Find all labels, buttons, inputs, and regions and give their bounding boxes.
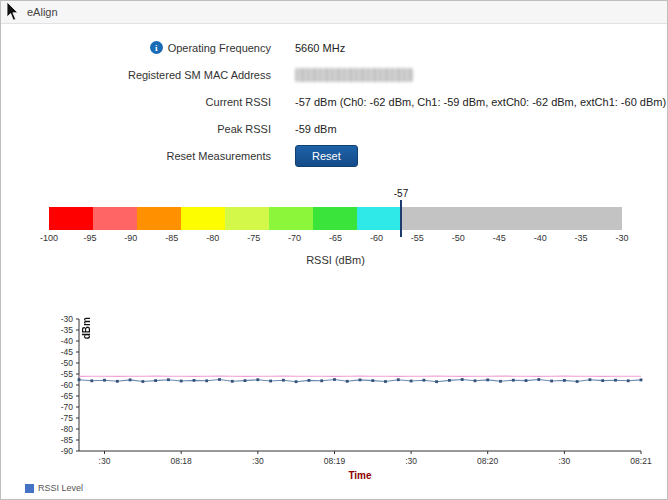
peak-rssi-label: Peak RSSI — [217, 123, 271, 135]
rssi-meter: -57 -100-95-90-85-80-75-70-65-60-55-50-4… — [49, 207, 622, 266]
ealign-panel: eAlign i Operating Frequency 5660 MHz Re… — [0, 0, 668, 500]
panel-title: eAlign — [27, 6, 58, 18]
field-row-reset: Reset Measurements Reset — [1, 142, 667, 169]
meter-tick-label: -45 — [493, 233, 506, 243]
field-row-operating-frequency: i Operating Frequency 5660 MHz — [1, 34, 667, 61]
operating-frequency-value: 5660 MHz — [295, 42, 345, 54]
meter-tick-label: -80 — [206, 233, 219, 243]
rssi-chart-svg: -30-35-40-45-50-55-60-65-70-75-80-85-90:… — [17, 307, 653, 475]
reset-button[interactable]: Reset — [295, 145, 358, 167]
svg-text:-70: -70 — [61, 402, 74, 412]
meter-tick-label: -95 — [83, 233, 96, 243]
svg-text:-50: -50 — [61, 358, 74, 368]
meter-tick-label: -50 — [452, 233, 465, 243]
meter-tick-label: -55 — [411, 233, 424, 243]
operating-frequency-label-wrap: i Operating Frequency — [1, 41, 271, 54]
chart-legend: RSSI Level — [25, 483, 83, 493]
svg-text:-65: -65 — [61, 391, 74, 401]
field-row-current-rssi: Current RSSI -57 dBm (Ch0: -62 dBm, Ch1:… — [1, 88, 667, 115]
meter-segment — [181, 207, 225, 230]
info-icon[interactable]: i — [150, 41, 163, 54]
meter-tick-label: -30 — [615, 233, 628, 243]
mac-address-label: Registered SM MAC Address — [128, 69, 271, 81]
svg-text:-85: -85 — [61, 435, 74, 445]
meter-segment — [313, 207, 357, 230]
fields-section: i Operating Frequency 5660 MHz Registere… — [1, 34, 667, 169]
meter-tick-label: -70 — [288, 233, 301, 243]
meter-tick-label: -65 — [329, 233, 342, 243]
svg-text:-45: -45 — [61, 347, 74, 357]
chart-xlabel: Time — [79, 470, 641, 481]
svg-text:08:20: 08:20 — [477, 456, 499, 466]
svg-text:08:18: 08:18 — [171, 456, 193, 466]
svg-text:-75: -75 — [61, 413, 74, 423]
meter-segment — [137, 207, 181, 230]
svg-text::30: :30 — [405, 456, 417, 466]
field-row-mac-address: Registered SM MAC Address — [1, 61, 667, 88]
svg-text:-30: -30 — [61, 314, 74, 324]
titlebar: eAlign — [1, 1, 667, 24]
meter-tick-label: -35 — [575, 233, 588, 243]
operating-frequency-label: Operating Frequency — [168, 42, 271, 54]
svg-text:-55: -55 — [61, 369, 74, 379]
legend-label-rssi-level: RSSI Level — [38, 483, 83, 493]
rssi-marker-line — [400, 200, 402, 237]
rssi-marker-label: -57 — [394, 188, 408, 199]
mac-address-label-wrap: Registered SM MAC Address — [1, 69, 271, 81]
field-row-peak-rssi: Peak RSSI -59 dBm — [1, 115, 667, 142]
meter-segment — [225, 207, 269, 230]
svg-text:-90: -90 — [61, 446, 74, 456]
meter-tick-label: -90 — [124, 233, 137, 243]
current-rssi-label-wrap: Current RSSI — [1, 96, 271, 108]
svg-text:08:21: 08:21 — [630, 456, 652, 466]
peak-rssi-value: -59 dBm — [295, 123, 337, 135]
current-rssi-value: -57 dBm (Ch0: -62 dBm, Ch1: -59 dBm, ext… — [295, 96, 666, 108]
svg-text::30: :30 — [99, 456, 111, 466]
svg-text::30: :30 — [252, 456, 264, 466]
mac-address-value-redacted — [295, 68, 413, 82]
meter-tick-label: -100 — [40, 233, 58, 243]
meter-segment — [269, 207, 313, 230]
svg-text:-60: -60 — [61, 380, 74, 390]
chart-ylabel: dBm — [81, 317, 92, 339]
rssi-meter-axis-label: RSSI (dBm) — [49, 254, 622, 266]
svg-text:08:19: 08:19 — [324, 456, 346, 466]
rssi-meter-bar: -57 — [49, 207, 622, 230]
svg-text:-80: -80 — [61, 424, 74, 434]
meter-segment — [93, 207, 137, 230]
meter-tick-label: -40 — [534, 233, 547, 243]
meter-segment — [357, 207, 401, 230]
svg-text:-40: -40 — [61, 336, 74, 346]
meter-tick-label: -85 — [165, 233, 178, 243]
svg-text:-35: -35 — [61, 325, 74, 335]
rssi-chart: -30-35-40-45-50-55-60-65-70-75-80-85-90:… — [17, 307, 653, 489]
rssi-meter-ticks: -100-95-90-85-80-75-70-65-60-55-50-45-40… — [49, 233, 622, 246]
legend-swatch-rssi-level — [25, 484, 34, 493]
cursor-icon — [6, 2, 20, 22]
mac-address-value-wrap — [295, 68, 413, 82]
peak-rssi-label-wrap: Peak RSSI — [1, 123, 271, 135]
meter-segment — [49, 207, 93, 230]
reset-label-wrap: Reset Measurements — [1, 150, 271, 162]
reset-button-wrap: Reset — [295, 145, 358, 167]
current-rssi-label: Current RSSI — [206, 96, 271, 108]
reset-measurements-label: Reset Measurements — [166, 150, 271, 162]
meter-tick-label: -60 — [370, 233, 383, 243]
svg-text::30: :30 — [558, 456, 570, 466]
meter-tick-label: -75 — [247, 233, 260, 243]
